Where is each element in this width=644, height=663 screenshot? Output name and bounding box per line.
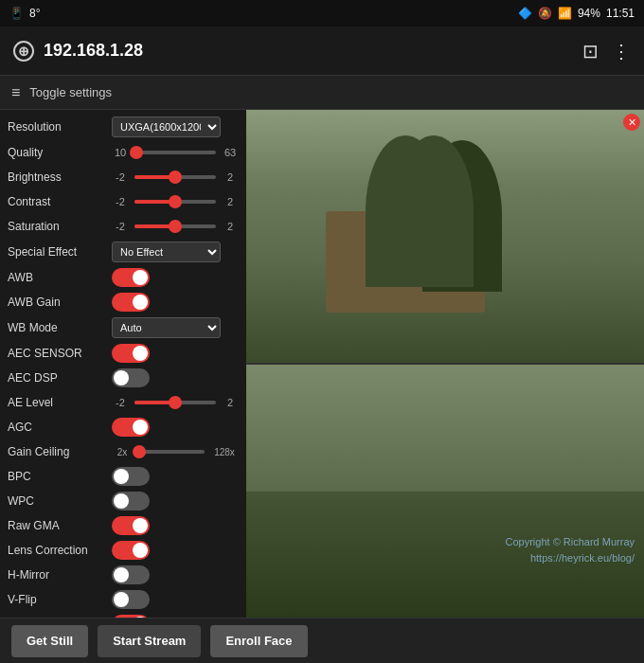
bpc-toggle[interactable]: [112, 467, 150, 486]
contrast-track[interactable]: [134, 200, 216, 204]
camera-feed-top: ✕: [246, 110, 644, 365]
enroll-face-button[interactable]: Enroll Face: [210, 625, 307, 657]
get-still-button[interactable]: Get Still: [11, 625, 88, 657]
special-effect-select[interactable]: No Effect Negative Grayscale Red Tint Gr…: [112, 242, 221, 262]
awb-label: AWB: [8, 271, 112, 284]
gain-ceiling-control: 2x 128x: [112, 447, 239, 457]
aec-dsp-label: AEC DSP: [8, 371, 112, 385]
ae-level-row: AE Level -2 2: [0, 390, 246, 415]
bottom-bar: Get Still Start Stream Enroll Face: [0, 618, 644, 663]
mute-icon: 🔕: [538, 7, 552, 20]
ae-level-control: -2 2: [112, 397, 239, 408]
resolution-row: Resolution UXGA(1600x1200) SXGA(1280x102…: [0, 114, 246, 140]
raw-gma-control: [112, 516, 239, 535]
aec-dsp-row: AEC DSP: [0, 366, 246, 390]
h-mirror-control: [112, 565, 239, 584]
raw-gma-label: Raw GMA: [8, 519, 112, 532]
status-bar: 📱 8° 🔷 🔕 📶 94% 11:51: [0, 0, 644, 27]
clock: 11:51: [606, 7, 635, 20]
awb-control: [112, 268, 239, 287]
brightness-max: 2: [222, 171, 239, 183]
wb-mode-row: WB Mode Auto Sunny Cloudy Office Home: [0, 314, 246, 341]
gain-ceiling-max: 128x: [210, 447, 239, 457]
wpc-toggle[interactable]: [112, 492, 150, 511]
quality-label: Quality: [8, 146, 112, 159]
agc-row: AGC: [0, 415, 246, 439]
awb-toggle[interactable]: [112, 268, 150, 287]
aec-dsp-toggle[interactable]: [112, 368, 150, 387]
aec-sensor-control: [112, 344, 239, 363]
resolution-select[interactable]: UXGA(1600x1200) SXGA(1280x1024) XGA(1024…: [112, 116, 221, 137]
sim-icon: 📱: [9, 7, 24, 20]
wb-mode-select[interactable]: Auto Sunny Cloudy Office Home: [112, 317, 221, 338]
h-mirror-label: H-Mirror: [8, 568, 112, 582]
saturation-min: -2: [112, 221, 129, 232]
raw-gma-toggle[interactable]: [112, 516, 150, 535]
lens-correction-toggle[interactable]: [112, 541, 150, 560]
bpc-row: BPC: [0, 464, 246, 489]
battery-text: 94%: [578, 7, 600, 20]
lens-correction-control: [112, 541, 239, 560]
ae-level-track[interactable]: [134, 401, 216, 404]
app-bar-title: ⊕ 192.168.1.28: [13, 41, 582, 62]
contrast-max: 2: [222, 196, 239, 207]
aec-sensor-row: AEC SENSOR: [0, 341, 246, 366]
quality-track[interactable]: [134, 151, 216, 154]
saturation-track[interactable]: [134, 224, 216, 228]
status-right: 🔷 🔕 📶 94% 11:51: [518, 7, 635, 20]
h-mirror-row: H-Mirror: [0, 563, 246, 587]
camera-image-top: [246, 110, 644, 363]
wb-mode-label: WB Mode: [8, 321, 112, 334]
dcw-toggle[interactable]: [112, 615, 150, 618]
aec-dsp-control: [112, 368, 239, 387]
agc-toggle[interactable]: [112, 418, 150, 437]
quality-max: 63: [222, 147, 239, 158]
resolution-label: Resolution: [8, 120, 112, 134]
brightness-control: -2 2: [112, 171, 239, 183]
wifi-icon: 📶: [558, 7, 572, 20]
status-left: 📱 8°: [9, 7, 40, 20]
dcw-control: [112, 615, 239, 618]
brightness-label: Brightness: [8, 170, 112, 184]
awb-gain-control: [112, 293, 239, 312]
overflow-menu-icon[interactable]: ⋮: [612, 40, 631, 63]
right-panel: ✕ Copyright © Richard Murray https://hey…: [246, 110, 644, 618]
special-effect-control: No Effect Negative Grayscale Red Tint Gr…: [112, 242, 239, 262]
app-bar-icons: ⊡ ⋮: [582, 40, 631, 63]
agc-control: [112, 418, 239, 437]
awb-gain-label: AWB Gain: [8, 296, 112, 309]
v-flip-row: V-Flip: [0, 587, 246, 612]
contrast-min: -2: [112, 196, 129, 207]
bpc-control: [112, 467, 239, 486]
v-flip-toggle[interactable]: [112, 590, 150, 609]
agc-label: AGC: [8, 421, 112, 434]
toggle-settings-bar[interactable]: ≡ Toggle settings: [0, 76, 644, 110]
wpc-label: WPC: [8, 494, 112, 508]
h-mirror-toggle[interactable]: [112, 565, 150, 584]
aec-sensor-toggle[interactable]: [112, 344, 150, 363]
camera-close-button[interactable]: ✕: [623, 114, 640, 131]
v-flip-label: V-Flip: [8, 593, 112, 606]
contrast-row: Contrast -2 2: [0, 189, 246, 214]
globe-icon: ⊕: [13, 41, 34, 62]
bluetooth-icon: 🔷: [518, 7, 532, 20]
contrast-control: -2 2: [112, 196, 239, 207]
quality-row: Quality 10 63: [0, 140, 246, 165]
ip-address: 192.168.1.28: [44, 41, 143, 61]
ae-level-label: AE Level: [8, 396, 112, 409]
start-stream-button[interactable]: Start Stream: [98, 625, 201, 657]
gain-ceiling-label: Gain Ceiling: [8, 445, 112, 458]
raw-gma-row: Raw GMA: [0, 513, 246, 538]
brightness-row: Brightness -2 2: [0, 165, 246, 189]
saturation-row: Saturation -2 2: [0, 214, 246, 239]
ae-level-min: -2: [112, 397, 129, 408]
gain-ceiling-track[interactable]: [138, 450, 205, 454]
brightness-track[interactable]: [134, 175, 216, 179]
special-effect-label: Special Effect: [8, 245, 112, 259]
screen-icon[interactable]: ⊡: [582, 40, 599, 63]
toggle-settings-label: Toggle settings: [29, 85, 112, 99]
awb-gain-toggle[interactable]: [112, 293, 150, 312]
awb-row: AWB: [0, 265, 246, 290]
resolution-control: UXGA(1600x1200) SXGA(1280x1024) XGA(1024…: [112, 116, 239, 137]
wpc-row: WPC: [0, 489, 246, 513]
